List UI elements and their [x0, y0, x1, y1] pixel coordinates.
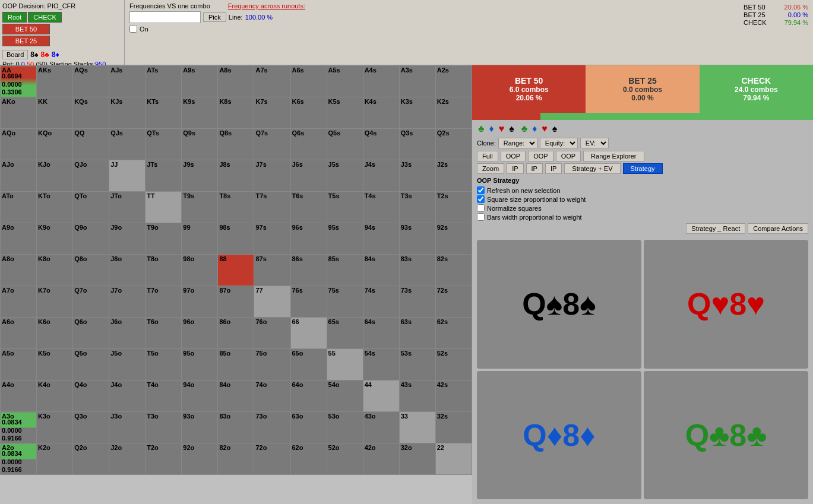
matrix-cell-85o[interactable]: 85o	[218, 349, 254, 381]
matrix-cell-65s[interactable]: 65s	[327, 318, 363, 349]
matrix-cell-72s[interactable]: 72s	[435, 286, 472, 318]
matrix-cell-77[interactable]: 77	[254, 286, 290, 318]
matrix-cell-t4s[interactable]: T4s	[363, 192, 399, 223]
matrix-cell-q2s[interactable]: Q2s	[435, 129, 472, 160]
matrix-cell-ato[interactable]: ATo	[1, 192, 37, 223]
matrix-cell-t6s[interactable]: T6s	[290, 192, 327, 223]
matrix-cell-j8s[interactable]: J8s	[218, 160, 254, 192]
matrix-cell-t2s[interactable]: T2s	[435, 192, 472, 223]
matrix-cell-43s[interactable]: 43s	[399, 381, 435, 412]
matrix-cell-q6s[interactable]: Q6s	[290, 129, 327, 160]
matrix-cell-44[interactable]: 44	[363, 381, 399, 412]
matrix-cell-94o[interactable]: 94o	[182, 381, 218, 412]
matrix-cell-t5s[interactable]: T5s	[327, 192, 363, 223]
matrix-cell-j6o[interactable]: J6o	[109, 318, 145, 349]
matrix-cell-k6o[interactable]: K6o	[37, 318, 73, 349]
matrix-cell-jto[interactable]: JTo	[109, 192, 145, 223]
matrix-cell-j6s[interactable]: J6s	[290, 160, 327, 192]
matrix-cell-kto[interactable]: KTo	[37, 192, 73, 223]
matrix-cell-k8o[interactable]: K8o	[37, 255, 73, 286]
square-size-checkbox[interactable]	[477, 195, 485, 203]
bet25-button[interactable]: BET 25	[2, 36, 50, 46]
matrix-cell-j2o[interactable]: J2o	[109, 443, 145, 475]
matrix-cell-75s[interactable]: 75s	[327, 286, 363, 318]
matrix-cell-74o[interactable]: 74o	[254, 381, 290, 412]
matrix-cell-64s[interactable]: 64s	[363, 318, 399, 349]
bars-width-checkbox[interactable]	[477, 213, 485, 221]
matrix-cell-96o[interactable]: 96o	[182, 318, 218, 349]
club-suit-bot[interactable]: ♣	[520, 123, 529, 134]
matrix-cell-kjo[interactable]: KJo	[37, 160, 73, 192]
matrix-cell-a5o[interactable]: A5o	[1, 349, 37, 381]
matrix-cell-97o[interactable]: 97o	[182, 286, 218, 318]
matrix-cell-a4o[interactable]: A4o	[1, 381, 37, 412]
ev-select[interactable]: EV:	[580, 138, 609, 148]
matrix-cell-a3s[interactable]: A3s	[399, 66, 435, 97]
matrix-cell-ajs[interactable]: AJs	[109, 66, 145, 97]
matrix-cell-55[interactable]: 55	[327, 349, 363, 381]
matrix-cell-a7s[interactable]: A7s	[254, 66, 290, 97]
matrix-cell-99[interactable]: 99	[182, 223, 218, 255]
matrix-cell-84s[interactable]: 84s	[363, 255, 399, 286]
matrix-cell-76o[interactable]: 76o	[254, 318, 290, 349]
matrix-cell-q8s[interactable]: Q8s	[218, 129, 254, 160]
matrix-cell-73s[interactable]: 73s	[399, 286, 435, 318]
matrix-cell-j7s[interactable]: J7s	[254, 160, 290, 192]
strategy-ev-button[interactable]: Strategy + EV	[564, 163, 620, 174]
matrix-cell-98o[interactable]: 98o	[182, 255, 218, 286]
matrix-cell-88[interactable]: 88	[218, 255, 254, 286]
matrix-cell-qq[interactable]: QQ	[73, 129, 109, 160]
matrix-cell-42s[interactable]: 42s	[435, 381, 472, 412]
matrix-cell-ajo[interactable]: AJo	[1, 160, 37, 192]
matrix-cell-74s[interactable]: 74s	[363, 286, 399, 318]
matrix-cell-52s[interactable]: 52s	[435, 349, 472, 381]
matrix-cell-tt[interactable]: TT	[145, 192, 182, 223]
matrix-cell-t3s[interactable]: T3s	[399, 192, 435, 223]
compare-actions-button[interactable]: Compare Actions	[748, 223, 808, 234]
matrix-cell-q7o[interactable]: Q7o	[73, 286, 109, 318]
matrix-cell-j7o[interactable]: J7o	[109, 286, 145, 318]
matrix-cell-q3s[interactable]: Q3s	[399, 129, 435, 160]
oop-button-2[interactable]: OOP	[528, 151, 553, 161]
matrix-cell-a8s[interactable]: A8s	[218, 66, 254, 97]
matrix-cell-qts[interactable]: QTs	[145, 129, 182, 160]
diamond-suit-top[interactable]: ♦	[488, 123, 495, 134]
matrix-cell-q3o[interactable]: Q3o	[73, 412, 109, 443]
matrix-cell-k9o[interactable]: K9o	[37, 223, 73, 255]
matrix-cell-94s[interactable]: 94s	[363, 223, 399, 255]
matrix-cell-aks[interactable]: AKs	[37, 66, 73, 97]
matrix-cell-q9o[interactable]: Q9o	[73, 223, 109, 255]
matrix-cell-j5o[interactable]: J5o	[109, 349, 145, 381]
matrix-cell-k7s[interactable]: K7s	[254, 97, 290, 129]
matrix-cell-76s[interactable]: 76s	[290, 286, 327, 318]
matrix-cell-q9s[interactable]: Q9s	[182, 129, 218, 160]
matrix-cell-q4o[interactable]: Q4o	[73, 381, 109, 412]
diamond-suit-bot[interactable]: ♦	[531, 123, 538, 134]
strategy-button[interactable]: Strategy	[623, 163, 663, 174]
board-button[interactable]: Board	[2, 50, 28, 59]
matrix-cell-t9o[interactable]: T9o	[145, 223, 182, 255]
matrix-cell-k3o[interactable]: K3o	[37, 412, 73, 443]
bet50-button[interactable]: BET 50	[2, 24, 50, 34]
full-button[interactable]: Full	[477, 151, 498, 161]
matrix-cell-k4s[interactable]: K4s	[363, 97, 399, 129]
matrix-cell-k3s[interactable]: K3s	[399, 97, 435, 129]
oop-button-3[interactable]: OOP	[556, 151, 581, 161]
matrix-cell-87o[interactable]: 87o	[218, 286, 254, 318]
matrix-cell-ako[interactable]: AKo	[1, 97, 37, 129]
matrix-cell-t4o[interactable]: T4o	[145, 381, 182, 412]
matrix-cell-a2o[interactable]: A2o0.08340.00000.9166	[1, 443, 37, 475]
matrix-cell-93o[interactable]: 93o	[182, 412, 218, 443]
pick-button[interactable]: Pick	[203, 12, 226, 22]
matrix-cell-54s[interactable]: 54s	[363, 349, 399, 381]
matrix-cell-a6s[interactable]: A6s	[290, 66, 327, 97]
matrix-cell-a8o[interactable]: A8o	[1, 255, 37, 286]
matrix-cell-k6s[interactable]: K6s	[290, 97, 327, 129]
matrix-cell-a3o[interactable]: A3o0.08340.00000.9166	[1, 412, 37, 443]
matrix-cell-k4o[interactable]: K4o	[37, 381, 73, 412]
root-button[interactable]: Root	[2, 12, 27, 23]
matrix-cell-j3s[interactable]: J3s	[399, 160, 435, 192]
matrix-cell-a9s[interactable]: A9s	[182, 66, 218, 97]
matrix-cell-98s[interactable]: 98s	[218, 223, 254, 255]
matrix-cell-j9o[interactable]: J9o	[109, 223, 145, 255]
